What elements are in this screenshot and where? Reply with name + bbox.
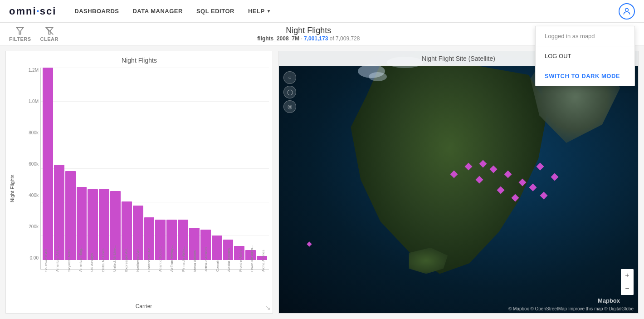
resize-handle[interactable]: ↘ xyxy=(265,304,271,311)
logo[interactable]: omni·sci xyxy=(9,5,56,17)
bar-item-11 xyxy=(166,68,177,260)
x-label-13: Mesa Airlines xyxy=(193,245,197,272)
bar-item-10 xyxy=(155,68,166,260)
y-tick-3: 600k xyxy=(19,162,40,167)
x-label-wrap-2: Skywest Airline... xyxy=(63,270,74,301)
bar-item-2 xyxy=(65,68,76,260)
data-source: flights_2008_7M xyxy=(257,35,299,42)
x-label-wrap-16: Alaska Airlines xyxy=(223,270,234,301)
x-label-2: Skywest Airline... xyxy=(67,245,71,272)
y-tick-4: 800k xyxy=(19,130,40,135)
bar-0[interactable] xyxy=(43,68,53,260)
bar-item-5 xyxy=(99,68,109,260)
lasso-draw-tool[interactable]: ◯ xyxy=(283,86,296,98)
x-label-wrap-14: JetBlue Airlines xyxy=(200,270,212,301)
x-label-wrap-5: Delta Air Lines xyxy=(98,270,109,301)
bar-item-9 xyxy=(144,68,155,260)
clear-button[interactable]: CLEAR xyxy=(40,26,59,42)
bar-item-14 xyxy=(200,68,211,260)
user-dropdown: Logged in as mapd LOG OUT SWITCH TO DARK… xyxy=(535,26,635,86)
bar-item-13 xyxy=(189,68,200,260)
x-label-wrap-1: American Airlin... xyxy=(52,270,63,301)
x-labels-container: Southwest Airl...American Airlin...Skywe… xyxy=(40,270,269,301)
nav-links: DASHBOARDS DATA MANAGER SQL EDITOR HELP … xyxy=(74,8,619,15)
logout-item[interactable]: LOG OUT xyxy=(536,46,634,66)
x-label-wrap-6: United Air Line... xyxy=(109,270,120,301)
dark-mode-item[interactable]: SWITCH TO DARK MODE xyxy=(536,66,634,86)
bar-item-1 xyxy=(54,68,64,260)
bar-item-17 xyxy=(234,68,244,260)
bar-item-18 xyxy=(245,68,256,260)
x-label-wrap-11: AirTran Airways... xyxy=(166,270,177,301)
dashboard-subtitle: flights_2008_7M · 7,001,173 of 7,009,728 xyxy=(59,35,559,42)
x-label-15: Comair xyxy=(215,245,220,272)
x-label-6: United Air Line... xyxy=(112,245,117,272)
bars-container xyxy=(41,68,269,260)
nav-sql-editor[interactable]: SQL EDITOR xyxy=(196,8,234,15)
chart-content: 1.2M 1.0M 800k 600k 400k 200k 0.00 xyxy=(19,68,269,309)
bar-item-7 xyxy=(122,68,132,260)
mapbox-logo: Mapbox xyxy=(598,297,620,304)
bar-item-0 xyxy=(43,68,53,260)
x-label-17: Frontier Airlin... xyxy=(239,245,243,272)
chart-panel: Night Flights Night Flights 1.2M 1.0M 80… xyxy=(5,51,273,314)
dashboard-title: Night Flights xyxy=(59,26,559,35)
nav-data-manager[interactable]: DATA MANAGER xyxy=(132,8,182,15)
x-label-9: Continental Air... xyxy=(147,245,151,272)
bar-item-6 xyxy=(110,68,121,260)
y-axis-label: Night Flights xyxy=(10,68,19,309)
bar-item-8 xyxy=(133,68,143,260)
nav-right: Logged in as mapd LOG OUT SWITCH TO DARK… xyxy=(619,3,635,20)
map-background[interactable]: ○ ◯ ◎ Mapbox + − © Mapbox © OpenStreetMa… xyxy=(279,51,638,313)
x-label-0: Southwest Airl... xyxy=(44,245,48,272)
x-label-5: Delta Air Lines xyxy=(101,245,105,272)
x-label-wrap-12: Pinnacle Airlin... xyxy=(177,270,189,301)
x-label-4: US Airways xyxy=(90,245,94,272)
x-label-wrap-18: Hawaiian Airlin... xyxy=(246,270,258,301)
x-label-wrap-3: American Eagle... xyxy=(75,270,86,301)
x-label-wrap-9: Continental Air... xyxy=(143,270,155,301)
x-label-18: Hawaiian Airlin... xyxy=(250,245,254,272)
zoom-in-button[interactable]: + xyxy=(621,269,634,282)
x-label-11: AirTran Airways... xyxy=(170,245,174,272)
bar-item-15 xyxy=(212,68,222,260)
y-tick-1: 200k xyxy=(19,224,40,229)
chart-title: Night Flights xyxy=(10,57,269,64)
map-attribution: © Mapbox © OpenStreetMap Improve this ma… xyxy=(508,306,634,311)
navbar: omni·sci DASHBOARDS DATA MANAGER SQL EDI… xyxy=(0,0,644,23)
svg-point-0 xyxy=(625,8,629,11)
x-label-1: American Airlin... xyxy=(55,245,59,272)
map-panel: Night Flight Site (Satellite) xyxy=(278,51,639,314)
map-zoom-controls: + − xyxy=(621,269,634,295)
y-tick-6: 1.2M xyxy=(19,68,40,73)
main-content: Night Flights Night Flights 1.2M 1.0M 80… xyxy=(0,45,644,319)
user-menu-button[interactable] xyxy=(619,3,635,20)
x-label-wrap-19: Aloha Airlines xyxy=(258,270,269,301)
x-label-wrap-17: Frontier Airlin... xyxy=(234,270,246,301)
y-tick-2: 400k xyxy=(19,193,40,198)
x-label-14: JetBlue Airlines xyxy=(204,245,208,272)
logo-text: omni·sci xyxy=(9,5,56,17)
x-label-3: American Eagle... xyxy=(78,245,83,272)
x-label-16: Alaska Airlines xyxy=(227,245,231,272)
bar-item-19 xyxy=(257,68,267,260)
record-count: 7,001,173 xyxy=(304,35,328,42)
bar-item-12 xyxy=(178,68,188,260)
nav-dashboards[interactable]: DASHBOARDS xyxy=(74,8,119,15)
filters-button[interactable]: FILTERS xyxy=(9,26,31,42)
x-label-wrap-0: Southwest Airl... xyxy=(40,270,52,301)
chart-area: Night Flights 1.2M 1.0M 800k 600k 400k 2… xyxy=(10,68,269,309)
toolbar-center: Night Flights flights_2008_7M · 7,001,17… xyxy=(59,26,559,42)
lasso-circle-tool[interactable]: ○ xyxy=(283,71,296,84)
comment-tool[interactable]: ◎ xyxy=(283,100,296,113)
x-label-12: Pinnacle Airlin... xyxy=(181,245,185,272)
nav-help[interactable]: HELP ▼ xyxy=(248,8,271,15)
x-label-wrap-10: Atlantic Southe... xyxy=(155,270,166,301)
zoom-out-button[interactable]: − xyxy=(621,282,634,295)
x-label-wrap-8: Northwest Airl... xyxy=(132,270,143,301)
x-label-7: Expressjet Airl... xyxy=(124,245,128,272)
x-label-wrap-4: US Airways xyxy=(86,270,98,301)
chart-grid: 1.2M 1.0M 800k 600k 400k 200k 0.00 xyxy=(19,68,269,270)
x-label-10: Atlantic Southe... xyxy=(158,245,162,272)
x-label-wrap-13: Mesa Airlines xyxy=(189,270,200,301)
